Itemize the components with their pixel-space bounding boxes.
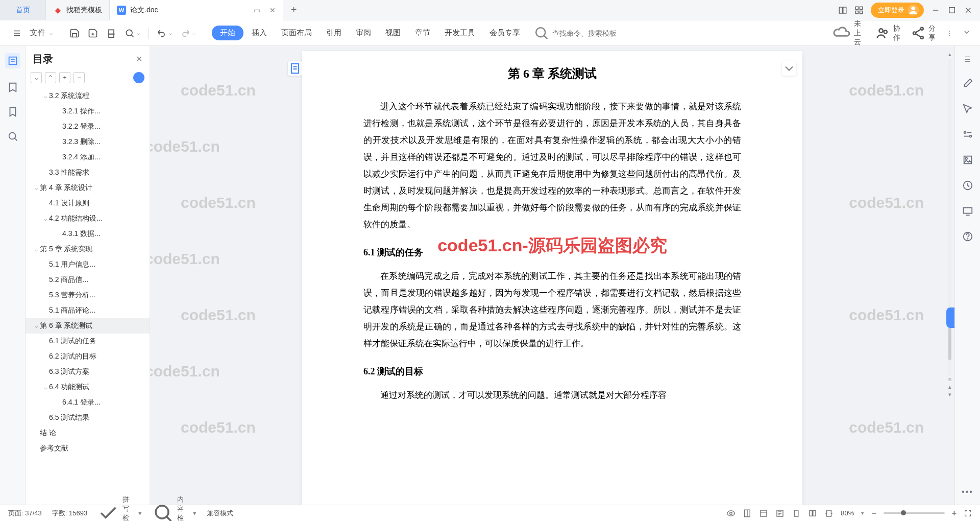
content-check-button[interactable]: 内容检查 ▾ (152, 495, 197, 522)
outline-item[interactable]: 3.2.2 登录... (26, 119, 150, 134)
menu-review[interactable]: 审阅 (350, 25, 377, 41)
tag-icon[interactable] (7, 82, 18, 93)
vertical-scrollbar[interactable]: ▴ ≡ ▴ ▾ (945, 51, 954, 398)
find-icon[interactable] (7, 131, 18, 142)
menu-pagelayout[interactable]: 页面布局 (275, 25, 318, 41)
outline-close-icon[interactable]: ✕ (136, 54, 142, 64)
more-icon[interactable]: ⋮ (946, 29, 953, 37)
options-float-icon[interactable] (782, 61, 796, 76)
collab-button[interactable]: 协作 (875, 24, 901, 42)
outline-item[interactable]: 4.3.1 数据... (26, 226, 150, 242)
apps-icon[interactable] (854, 6, 864, 15)
outline-item[interactable]: 3.2.4 添加... (26, 150, 150, 165)
page-indicator[interactable]: 页面: 37/43 (8, 509, 42, 518)
hamburger-icon[interactable] (9, 27, 24, 40)
outline-item[interactable]: 3.2.1 操作... (26, 104, 150, 119)
save-icon[interactable] (66, 26, 83, 40)
layout-icon[interactable] (838, 6, 847, 15)
settings-icon[interactable] (962, 129, 973, 140)
outline-item[interactable]: 6.4.1 登录... (26, 395, 150, 410)
outline-item[interactable]: 参考文献 (26, 441, 150, 456)
multi-page-icon[interactable] (808, 509, 817, 518)
menu-chapter[interactable]: 章节 (409, 25, 436, 41)
outline-item[interactable]: 6.5 测试结果 (26, 410, 150, 425)
remove-level-icon[interactable]: − (74, 72, 85, 83)
zoom-in-icon[interactable]: + (952, 509, 957, 518)
menu-insert[interactable]: 插入 (246, 25, 273, 41)
tab-close-icon[interactable]: ✕ (270, 6, 276, 14)
menu-member[interactable]: 会员专享 (483, 25, 526, 41)
outline-item[interactable]: 6.3 测试方案 (26, 364, 150, 380)
view-page-icon[interactable] (743, 509, 752, 518)
word-count[interactable]: 字数: 15693 (52, 509, 87, 518)
document-area[interactable]: code51.cn code51.cn code51.cn code51.cn … (150, 46, 954, 505)
view-read-icon[interactable] (726, 509, 736, 518)
outline-item[interactable]: ⌵4.2 功能结构设... (26, 211, 150, 226)
tab-document[interactable]: W 论文.doc ▭ ✕ (110, 0, 283, 20)
outline-item[interactable]: ⌵第 5 章 系统实现 (26, 242, 150, 257)
single-page-icon[interactable] (792, 509, 801, 518)
screen-icon[interactable] (962, 205, 973, 217)
compat-mode[interactable]: 兼容模式 (207, 509, 233, 518)
zoom-out-icon[interactable]: − (871, 509, 876, 518)
outline-item[interactable]: ⌵6.4 功能测试 (26, 380, 150, 395)
view-outline-icon[interactable] (775, 509, 785, 518)
outline-item[interactable]: 6.1 测试的任务 (26, 334, 150, 349)
file-menu[interactable]: 文件⌵ (27, 26, 56, 40)
bookmark-icon[interactable] (7, 106, 18, 117)
outline-item[interactable]: ⌵第 6 章 系统测试 (26, 318, 150, 334)
history-icon[interactable] (962, 180, 973, 191)
outline-item[interactable]: 5.1 用户信息... (26, 257, 150, 272)
tab-template[interactable]: ◆ 找稻壳模板 (46, 0, 110, 20)
menu-view[interactable]: 视图 (379, 25, 407, 41)
outline-item[interactable]: 3.3 性能需求 (26, 165, 150, 180)
undo-icon[interactable]: ⌵ (154, 26, 175, 40)
outline-item[interactable]: 5.3 营养分析... (26, 288, 150, 303)
outline-item[interactable]: 结 论 (26, 425, 150, 441)
expand-all-icon[interactable]: ⌃ (45, 72, 56, 83)
zoom-slider[interactable] (884, 512, 945, 514)
menu-reference[interactable]: 引用 (320, 25, 348, 41)
zoom-level[interactable]: 80% (841, 509, 854, 517)
tab-window-icon[interactable]: ▭ (254, 6, 260, 14)
outline-item[interactable]: 5.2 商品信... (26, 272, 150, 288)
paste-float-icon[interactable] (288, 61, 302, 76)
command-search[interactable] (533, 25, 642, 41)
minimize-icon[interactable] (931, 6, 940, 15)
spellcheck-button[interactable]: 拼写检查 ▾ (97, 495, 142, 522)
menu-devtools[interactable]: 开发工具 (438, 25, 481, 41)
fullscreen-icon[interactable] (964, 509, 972, 517)
outline-icon[interactable] (5, 53, 20, 68)
rail-menu-icon[interactable]: ☰ (964, 55, 971, 63)
saveas-icon[interactable] (85, 26, 101, 40)
outline-item[interactable]: ⌵第 4 章 系统设计 (26, 180, 150, 196)
redo-icon[interactable]: ⌵ (177, 26, 199, 40)
outline-item[interactable]: 6.2 测试的目标 (26, 349, 150, 364)
pen-icon[interactable] (962, 78, 973, 89)
outline-item[interactable]: 5.1 商品评论... (26, 303, 150, 318)
preview-icon[interactable]: ⌵ (121, 26, 143, 40)
tab-add[interactable]: + (283, 0, 304, 20)
login-button[interactable]: 立即登录 (871, 3, 924, 18)
add-level-icon[interactable]: + (59, 72, 70, 83)
share-button[interactable]: 分享 (911, 24, 937, 42)
tab-home[interactable]: 首页 (0, 0, 46, 20)
view-web-icon[interactable] (759, 509, 768, 518)
outline-item[interactable]: 3.2.3 删除... (26, 134, 150, 150)
search-input[interactable] (552, 29, 642, 37)
help-icon[interactable] (962, 231, 973, 242)
print-icon[interactable] (103, 26, 119, 40)
maximize-icon[interactable] (947, 6, 957, 15)
cloud-status[interactable]: 未上云 (833, 19, 866, 47)
more-tools-icon[interactable]: ••• (962, 486, 973, 498)
image-icon[interactable] (962, 154, 973, 165)
fit-icon[interactable] (824, 509, 834, 518)
sync-icon[interactable] (133, 72, 144, 83)
outline-item[interactable]: ⌵3.2 系统流程 (26, 88, 150, 104)
select-icon[interactable] (962, 103, 973, 114)
collapse-ribbon-icon[interactable] (963, 28, 971, 38)
side-tab[interactable] (946, 307, 954, 328)
menu-start[interactable]: 开始 (212, 26, 243, 40)
outline-item[interactable]: 4.1 设计原则 (26, 196, 150, 211)
collapse-all-icon[interactable]: ⌵ (31, 72, 42, 83)
